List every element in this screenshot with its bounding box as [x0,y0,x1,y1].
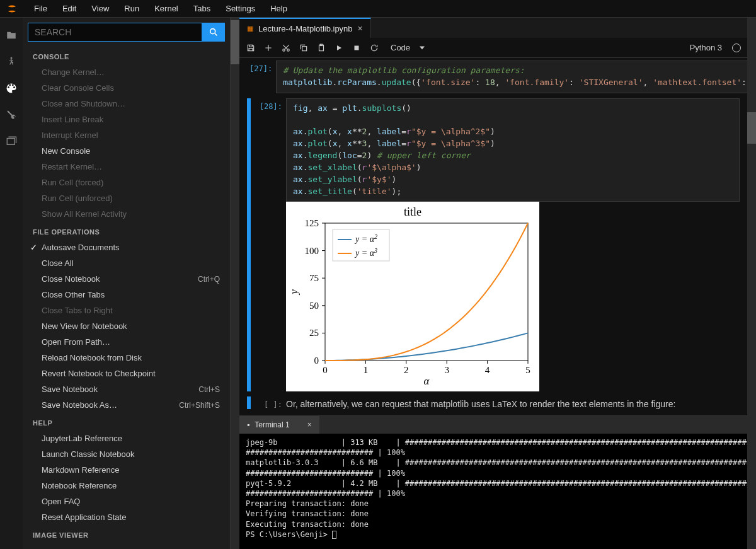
command-label: Close and Shutdown… [42,99,125,108]
notebook-toolbar: Code Python 3 [239,38,747,58]
command-label: JupyterLab Reference [42,434,122,443]
svg-text:2: 2 [404,365,409,375]
terminal-body[interactable]: jpeg-9b | 313 KB | #####################… [239,434,747,549]
svg-text:4: 4 [485,365,490,375]
command-item: Close and Shutdown… [23,96,230,112]
svg-text:125: 125 [305,218,319,228]
svg-text:3: 3 [444,365,449,375]
command-label: Close Tabs to Right [42,306,113,315]
terminal-panel: ▪ Terminal 1 × jpeg-9b | 313 KB | ######… [239,415,747,549]
command-label: Run Cell (forced) [42,178,103,187]
menu-file[interactable]: File [26,1,55,16]
wrench-icon[interactable] [5,108,18,121]
code-cell[interactable]: fig, ax = plt.subplots() ax.plot(x, x**2… [286,98,740,202]
notebook-area[interactable]: [27]: # Update the matplotlib configurat… [239,58,747,415]
command-item: Change Kernel… [23,64,230,80]
tabs-icon[interactable] [5,135,18,147]
tab-title: Lecture-4-Matplotlib.ipynb [258,24,353,33]
command-item[interactable]: ✓Autosave Documents [23,240,230,255]
content-scrollbar[interactable] [747,18,756,549]
command-palette: CONSOLEChange Kernel…Clear Console Cells… [23,18,231,549]
command-item[interactable]: Markdown Reference [23,462,230,478]
sidebar-scrollbar[interactable] [231,18,239,549]
svg-rect-8 [355,45,359,50]
command-item[interactable]: Save NotebookCtrl+S [23,381,230,397]
celltype-select[interactable]: Code [387,42,430,54]
svg-text:title: title [404,205,421,218]
kernel-name[interactable]: Python 3 [690,43,722,52]
add-icon[interactable] [263,43,273,53]
paste-icon[interactable] [316,43,326,53]
run-icon[interactable] [334,43,344,53]
command-item[interactable]: Open From Path… [23,334,230,350]
command-item: Insert Line Break [23,112,230,127]
command-label: Restart Kernel… [42,162,102,171]
cell-prompt: [ ]: [253,396,286,409]
restart-icon[interactable] [369,43,379,53]
command-item: Show All Kernel Activity [23,206,230,222]
notebook-tab[interactable]: ▦ Lecture-4-Matplotlib.ipynb × [239,18,371,38]
command-item[interactable]: Reload Notebook from Disk [23,350,230,366]
command-item: Clear Console Cells [23,80,230,96]
menu-run[interactable]: Run [117,1,147,16]
command-label: Close All [42,258,74,268]
command-section-header: IMAGE VIEWER [23,525,230,543]
svg-text:y = α3: y = α3 [354,247,377,258]
command-label: Reload Notebook from Disk [42,353,142,362]
save-icon[interactable] [246,43,256,53]
svg-text:5: 5 [525,365,530,375]
command-label: Show All Kernel Activity [42,209,127,219]
menu-kernel[interactable]: Kernel [147,1,186,16]
command-label: Markdown Reference [42,465,120,475]
command-item[interactable]: Notebook Reference [23,478,230,494]
command-label: Interrupt Kernel [42,130,98,140]
command-item[interactable]: Launch Classic Notebook [23,446,230,462]
folder-icon[interactable] [5,29,18,42]
svg-text:0: 0 [314,355,319,366]
close-icon[interactable]: × [358,23,363,33]
command-item[interactable]: New View for Notebook [23,318,230,334]
menu-settings[interactable]: Settings [218,1,263,16]
command-item[interactable]: Revert Notebook to Checkpoint [23,366,230,381]
command-item[interactable]: Reset Application State [23,509,230,525]
command-item[interactable]: Save Notebook As…Ctrl+Shift+S [23,397,230,413]
cut-icon[interactable] [281,43,291,53]
terminal-tab[interactable]: ▪ Terminal 1 × [239,416,319,434]
command-item[interactable]: Close NotebookCtrl+Q [23,271,230,287]
terminal-tab-title: Terminal 1 [255,420,289,429]
svg-rect-5 [302,46,307,50]
svg-text:0: 0 [323,365,328,375]
search-input[interactable] [28,23,202,42]
command-item[interactable]: New Console [23,143,230,159]
command-shortcut: Ctrl+S [198,385,220,394]
copy-icon[interactable] [299,43,309,53]
menu-help[interactable]: Help [263,1,295,16]
command-label: Close Notebook [42,274,100,284]
command-item[interactable]: Open FAQ [23,494,230,509]
command-item[interactable]: Close Other Tabs [23,287,230,303]
running-icon[interactable] [5,55,18,68]
command-section-header: FILE OPERATIONS [23,222,230,240]
close-icon[interactable]: × [307,420,312,429]
activity-bar [0,18,23,549]
kernel-indicator[interactable] [732,43,741,52]
menu-tabs[interactable]: Tabs [186,1,218,16]
command-item: Restart Kernel… [23,159,230,175]
command-label: Open From Path… [42,337,110,347]
svg-text:25: 25 [309,328,319,338]
command-label: Clear Console Cells [42,83,114,93]
menu-view[interactable]: View [84,1,117,16]
jupyter-logo [5,2,19,16]
menu-edit[interactable]: Edit [55,1,84,16]
command-item[interactable]: Close All [23,255,230,271]
command-label: Run Cell (unforced) [42,194,113,203]
command-section-header: HELP [23,413,230,431]
palette-icon[interactable] [5,82,18,95]
code-cell[interactable]: # Update the matplotlib configuration pa… [276,61,747,93]
search-button[interactable] [202,23,225,42]
command-label: Autosave Documents [42,243,120,252]
svg-text:α: α [424,375,430,387]
command-label: Launch Classic Notebook [42,449,134,459]
stop-icon[interactable] [352,43,362,53]
command-item[interactable]: JupyterLab Reference [23,431,230,446]
